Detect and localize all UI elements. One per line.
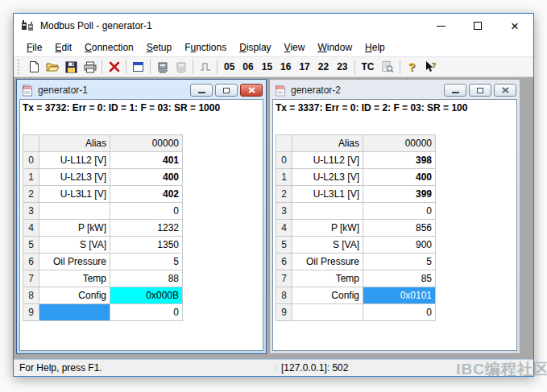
child-minimize-button[interactable] [190,84,213,97]
child-title: generator-1 [38,85,188,96]
app-titlebar[interactable]: Modbus Poll - generator-1 × [14,14,533,38]
alias-cell[interactable]: U-L3L1 [V] [292,186,363,203]
menu-display[interactable]: Display [233,39,277,56]
value-cell[interactable]: 0 [110,304,183,321]
table-row: 90 [23,304,183,321]
alias-cell[interactable]: Temp [292,270,363,287]
value-cell-highlighted[interactable]: 0x000B [110,287,183,304]
value-cell[interactable]: 88 [110,270,183,287]
menu-connection[interactable]: Connection [78,39,140,56]
value-cell[interactable]: 0 [363,304,436,321]
close-icon [502,87,509,93]
child-window-generator-2: DOC generator-2 Tx = 3337: Err = 0: ID =… [269,79,520,354]
new-file-button[interactable] [25,58,44,76]
menu-file[interactable]: File [20,39,48,56]
alias-cell[interactable]: P [kW] [39,220,110,237]
table-row: 1U-L2L3 [V]400 [276,169,436,186]
alias-cell[interactable]: U-L2L3 [V] [292,169,363,186]
alias-cell[interactable]: P [kW] [292,220,363,237]
function-06-button[interactable]: 06 [238,59,257,75]
child-close-button[interactable] [494,84,516,97]
value-cell[interactable]: 398 [363,152,436,169]
print-icon [84,61,97,73]
child-close-button[interactable] [240,84,263,97]
row-number-cell: 7 [23,270,39,287]
function-17-button[interactable]: 17 [295,59,313,75]
svg-text:?: ? [432,61,437,69]
value-cell-selected[interactable]: 0x0101 [363,287,436,304]
value-cell[interactable]: 399 [363,186,436,203]
value-cell[interactable]: 5 [363,254,436,270]
value-cell[interactable]: 856 [363,220,436,237]
menu-edit[interactable]: Edit [48,39,78,56]
value-cell[interactable]: 900 [363,237,436,254]
value-cell[interactable]: 1350 [110,237,183,254]
communication-log-button[interactable] [379,58,397,76]
row-number-cell: 0 [23,152,39,169]
help-button[interactable]: ? [403,58,421,76]
reset-counters-button[interactable] [196,58,214,76]
test-center-button[interactable]: TC [358,59,379,75]
close-icon [248,87,255,93]
close-button[interactable]: × [496,14,533,38]
menu-view[interactable]: View [278,39,312,56]
function-15-button[interactable]: 15 [258,59,276,75]
display-setup-button[interactable] [129,58,147,76]
menu-help[interactable]: Help [358,39,392,56]
alias-cell[interactable]: Config [292,287,363,304]
app-window: Modbus Poll - generator-1 × File Edit Co… [13,13,534,377]
value-cell[interactable]: 401 [110,152,183,169]
alias-cell[interactable]: U-L1L2 [V] [292,152,363,169]
delete-button[interactable] [105,58,123,76]
open-file-button[interactable] [44,58,62,76]
disconnect-button[interactable] [172,58,190,76]
save-button[interactable] [62,58,81,76]
alias-cell[interactable]: Oil Pressure [292,254,363,270]
restore-icon [223,88,230,93]
alias-cell[interactable]: S [VA] [292,237,363,254]
row-number-cell: 2 [276,186,292,203]
row-number-cell: 8 [23,287,39,304]
menu-window[interactable]: Window [311,39,358,56]
print-button[interactable] [81,58,99,76]
row-number-cell: 9 [23,304,39,321]
child-restore-button[interactable] [215,84,238,97]
alias-cell[interactable] [292,203,363,220]
value-cell[interactable]: 0 [363,203,436,220]
value-cell[interactable]: 400 [363,169,436,186]
value-cell[interactable]: 400 [110,169,183,186]
maximize-button[interactable] [459,14,496,38]
value-cell[interactable]: 402 [110,186,183,203]
alias-cell[interactable]: U-L2L3 [V] [39,169,110,186]
connect-button[interactable] [153,58,172,76]
child-restore-button[interactable] [469,84,491,97]
value-cell[interactable]: 85 [363,270,436,287]
menu-setup[interactable]: Setup [140,39,178,56]
value-cell[interactable]: 5 [110,254,183,270]
alias-cell-selected[interactable] [39,304,110,321]
alias-cell[interactable] [292,304,363,321]
row-number-cell: 3 [276,203,292,220]
function-23-button[interactable]: 23 [333,59,351,75]
function-16-button[interactable]: 16 [276,59,295,75]
child-titlebar[interactable]: DOC generator-2 [272,82,517,98]
mdi-area: DOC generator-1 Tx = 3732: Err = 0: ID =… [14,77,533,360]
child-minimize-button[interactable] [444,84,466,97]
minimize-button[interactable] [422,14,459,38]
alias-cell[interactable]: U-L3L1 [V] [39,186,110,203]
alias-cell[interactable]: S [VA] [39,237,110,254]
value-cell[interactable]: 1232 [110,220,183,237]
toolbar-grip[interactable] [18,60,22,74]
alias-cell[interactable]: U-L1L2 [V] [39,152,110,169]
function-22-button[interactable]: 22 [314,59,333,75]
child-titlebar[interactable]: DOC generator-1 [19,82,263,98]
minimize-icon [198,92,205,93]
alias-cell[interactable]: Oil Pressure [39,254,110,270]
menu-functions[interactable]: Functions [178,39,233,56]
alias-cell[interactable] [39,203,110,220]
function-05-button[interactable]: 05 [220,59,238,75]
alias-cell[interactable]: Temp [39,270,110,287]
context-help-button[interactable]: ? [421,58,440,76]
value-cell[interactable]: 0 [110,203,183,220]
alias-cell[interactable]: Config [39,287,110,304]
